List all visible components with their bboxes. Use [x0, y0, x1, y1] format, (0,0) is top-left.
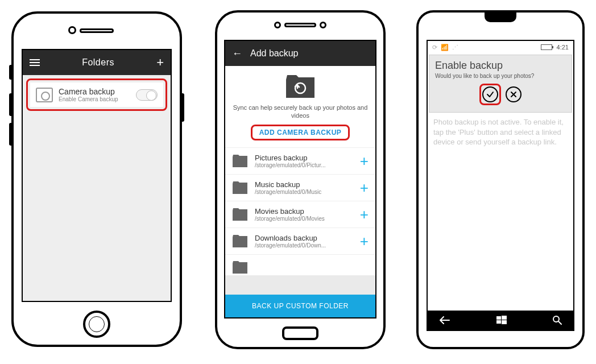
- folder-icon: [232, 260, 248, 274]
- add-icon[interactable]: +: [360, 154, 369, 168]
- enable-backup-card: Enable backup Would you like to back up …: [429, 55, 572, 113]
- windows-logo-icon: [496, 315, 507, 325]
- cancel-button[interactable]: [506, 86, 522, 102]
- callout-highlight: ADD CAMERA BACKUP: [251, 125, 350, 140]
- hero-text: Sync can help securely back up your phot…: [231, 104, 370, 120]
- list-item[interactable]: Movies backup /storage/emulated/0/Movies…: [225, 201, 375, 228]
- list-item[interactable]: [225, 254, 375, 275]
- card-title: Enable backup: [435, 60, 566, 72]
- iphone-frame: Folders + Camera backup Enable Camera ba…: [11, 11, 182, 347]
- ios-screen: Folders + Camera backup Enable Camera ba…: [22, 49, 172, 302]
- folder-icon: [232, 234, 248, 248]
- back-arrow-icon: [439, 316, 450, 324]
- camera-backup-toggle[interactable]: [136, 89, 158, 101]
- row-texts: Camera backup Enable Camera backup: [59, 87, 136, 102]
- android-header: ← Add backup: [225, 41, 375, 66]
- ios-header-title: Folders: [40, 57, 156, 68]
- camera-icon: [36, 88, 53, 102]
- svg-rect-3: [496, 320, 501, 324]
- backup-custom-folder-button[interactable]: BACK UP CUSTOM FOLDER: [225, 295, 375, 317]
- svg-rect-1: [496, 316, 501, 320]
- row-subtitle: Enable Camera backup: [59, 96, 136, 102]
- home-button[interactable]: [83, 311, 110, 338]
- search-button[interactable]: [553, 316, 562, 325]
- row-subtitle: /storage/emulated/0/Movies: [255, 216, 360, 222]
- windows-phone-frame: ⟳ 📶 ⋰ 4:21 Enable backup Would you like …: [416, 10, 585, 349]
- add-icon[interactable]: +: [360, 234, 369, 249]
- row-title: Music backup: [255, 180, 360, 189]
- row-title: Movies backup: [255, 207, 360, 216]
- menu-icon[interactable]: [30, 62, 40, 63]
- add-icon[interactable]: +: [360, 180, 369, 195]
- card-subtitle: Would you like to back up your photos?: [435, 73, 566, 79]
- svg-rect-4: [502, 320, 507, 324]
- callout-highlight: Camera backup Enable Camera backup: [26, 78, 167, 111]
- backup-list: Pictures backup /storage/emulated/0/Pict…: [225, 147, 375, 295]
- phone-speaker: [80, 28, 114, 33]
- windows-screen: ⟳ 📶 ⋰ 4:21 Enable backup Would you like …: [427, 40, 574, 331]
- status-bar: ⟳ 📶 ⋰ 4:21: [428, 41, 573, 53]
- list-item[interactable]: Pictures backup /storage/emulated/0/Pict…: [225, 147, 375, 174]
- back-button[interactable]: [439, 316, 450, 324]
- search-icon: [553, 316, 562, 325]
- list-item[interactable]: Downloads backup /storage/emulated/0/Dow…: [225, 228, 375, 254]
- phone-sensor: [274, 22, 281, 28]
- phone-side-button: [180, 93, 184, 122]
- phone-speaker: [284, 23, 316, 27]
- android-screen: ← Add backup Sync can help securely back…: [224, 40, 376, 318]
- add-icon[interactable]: +: [156, 55, 164, 70]
- phone-front-camera: [68, 26, 76, 34]
- camera-backup-row[interactable]: Camera backup Enable Camera backup: [30, 82, 163, 107]
- list-item[interactable]: Music backup /storage/emulated/0/Music +: [225, 174, 375, 201]
- windows-nav-bar: [428, 311, 573, 330]
- sync-status-icon: ⟳: [432, 44, 437, 51]
- row-title: Downloads backup: [255, 234, 360, 242]
- card-actions: [435, 84, 566, 105]
- phone-sensor: [320, 22, 326, 28]
- row-subtitle: /storage/emulated/0/Pictur...: [255, 162, 360, 168]
- android-header-title: Add backup: [250, 48, 299, 59]
- phone-side-button: [9, 65, 14, 80]
- check-icon: [486, 90, 494, 98]
- phone-notch: [485, 11, 516, 22]
- back-icon[interactable]: ←: [232, 48, 242, 60]
- folder-icon: [232, 154, 248, 168]
- add-camera-backup-button[interactable]: ADD CAMERA BACKUP: [259, 129, 342, 136]
- ios-header: Folders +: [23, 50, 171, 75]
- wifi-icon: ⋰: [452, 44, 458, 51]
- battery-icon: [541, 44, 552, 50]
- confirm-button[interactable]: [482, 86, 498, 102]
- row-title: Pictures backup: [255, 154, 360, 162]
- folder-icon: [232, 181, 248, 195]
- phone-side-button: [9, 93, 14, 116]
- windows-start-button[interactable]: [496, 315, 507, 325]
- sync-folder-icon: [285, 74, 316, 99]
- hero-section: Sync can help securely back up your phot…: [225, 66, 375, 147]
- row-subtitle: /storage/emulated/0/Music: [255, 189, 360, 195]
- info-text: Photo backup is not active. To enable it…: [428, 114, 573, 151]
- svg-rect-2: [502, 316, 507, 320]
- status-time: 4:21: [557, 44, 569, 51]
- row-subtitle: /storage/emulated/0/Down...: [255, 242, 360, 249]
- close-icon: [510, 91, 517, 98]
- signal-icon: 📶: [441, 44, 449, 51]
- callout-highlight: [479, 84, 501, 105]
- add-icon[interactable]: +: [360, 207, 369, 222]
- phone-side-button: [9, 123, 14, 146]
- home-button[interactable]: [282, 326, 318, 340]
- folder-icon: [232, 208, 248, 221]
- row-title: Camera backup: [59, 87, 136, 96]
- android-frame: ← Add backup Sync can help securely back…: [215, 10, 386, 349]
